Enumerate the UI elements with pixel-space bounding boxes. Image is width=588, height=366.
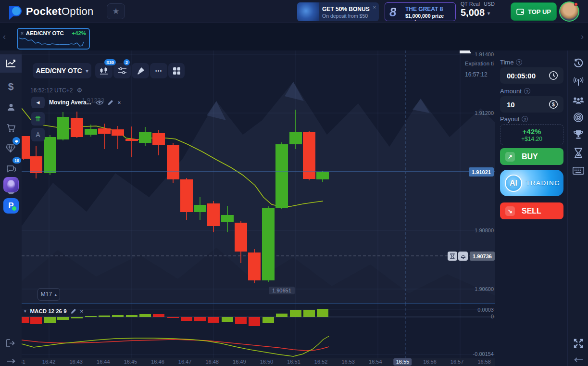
edit-pencil-icon[interactable] bbox=[108, 100, 113, 105]
great8-banner[interactable]: 8 THE GREAT 8 $1,000,000 prize pool bbox=[385, 2, 456, 21]
promo-tile[interactable] bbox=[3, 177, 19, 192]
text-tool[interactable]: A bbox=[31, 128, 45, 141]
sidebar-item-market[interactable] bbox=[0, 119, 22, 137]
drawing-tools-button[interactable] bbox=[132, 63, 149, 78]
chevron-up-icon: ▴ bbox=[54, 292, 57, 297]
price-alert-bell-button[interactable] bbox=[458, 252, 468, 261]
fullscreen-button[interactable] bbox=[568, 335, 588, 352]
tabs-scroll-right-icon[interactable]: › bbox=[581, 32, 584, 42]
sidebar-item-hotkeys[interactable] bbox=[568, 163, 588, 179]
eye-icon[interactable] bbox=[96, 100, 103, 105]
double-up-arrow-icon: ⇈ bbox=[35, 115, 41, 123]
wallet-icon bbox=[516, 8, 525, 15]
more-tools-button[interactable]: ••• bbox=[150, 63, 167, 78]
panel-collapse-button[interactable] bbox=[568, 352, 588, 366]
tab-close-icon[interactable]: × bbox=[21, 31, 24, 36]
sidebar-collapse-button[interactable] bbox=[0, 353, 22, 366]
sidebar-item-chat[interactable]: 10 bbox=[0, 161, 22, 178]
pending-order-hourglass-button[interactable] bbox=[448, 252, 457, 261]
layout-grid-button[interactable] bbox=[168, 63, 185, 78]
macd-indicator-row: ▾ MACD 12 26 9 × bbox=[24, 308, 83, 314]
balance-caret-icon: ▾ bbox=[488, 11, 490, 16]
sidebar-item-finance[interactable]: $ bbox=[0, 78, 22, 95]
buy-arrow-icon: ↗ bbox=[505, 152, 515, 162]
current-price-badge: 1.91021 bbox=[469, 167, 494, 177]
payout-help-icon[interactable]: ? bbox=[522, 116, 528, 122]
time-help-icon[interactable]: ? bbox=[516, 59, 522, 65]
sliders-icon bbox=[118, 67, 126, 74]
balance-selector[interactable]: QT RealUSD 5,008▾ bbox=[461, 1, 499, 18]
macd-edit-pencil-icon[interactable] bbox=[71, 308, 76, 314]
bonus-banner[interactable]: GET 50% BONUS On deposit from $50 × bbox=[297, 2, 379, 21]
app-tile[interactable]: P bbox=[3, 198, 19, 214]
asset-tab-active[interactable]: × AED/CNY OTC +42% bbox=[17, 28, 90, 50]
favorites-star-button[interactable]: ★ bbox=[107, 3, 125, 19]
clock-icon[interactable] bbox=[549, 71, 558, 80]
alert-price-badge[interactable]: 1.90736 bbox=[470, 252, 495, 261]
macd-name-label: MACD 12 26 9 bbox=[30, 308, 67, 314]
buy-button[interactable]: ↗ BUY bbox=[500, 148, 563, 165]
macd-remove-icon[interactable]: × bbox=[80, 308, 83, 314]
chart-settings-button[interactable] bbox=[113, 63, 131, 78]
tabs-scroll-left-icon[interactable]: ‹ bbox=[3, 32, 6, 42]
scale-arrows-tool[interactable]: ⇈ bbox=[31, 112, 45, 126]
candles-icon bbox=[100, 67, 108, 75]
star-icon: ★ bbox=[112, 6, 119, 16]
dollar-circle-icon[interactable]: $ bbox=[549, 100, 558, 109]
sidebar-item-social-trading[interactable] bbox=[568, 93, 588, 109]
top-up-button[interactable]: TOP UP bbox=[511, 2, 557, 21]
amount-help-icon[interactable]: ? bbox=[524, 88, 530, 94]
logout-button[interactable] bbox=[0, 334, 22, 352]
macd-axis-label: -0.00154 bbox=[465, 351, 494, 357]
brand-bold: Pocket bbox=[26, 5, 62, 17]
time-axis[interactable]: :4116:4216:4316:4416:4516:4616:4716:4816… bbox=[22, 358, 495, 366]
brand-logo-icon[interactable] bbox=[7, 4, 23, 20]
tab-asset-label: AED/CNY OTC bbox=[26, 30, 64, 36]
sell-button[interactable]: ↘ SELL bbox=[500, 202, 563, 219]
bonus-subtitle: On deposit from $50 bbox=[322, 13, 368, 19]
macd-collapse-icon[interactable]: ▾ bbox=[24, 309, 26, 314]
notification-dot bbox=[574, 2, 578, 6]
sidebar-item-profile[interactable] bbox=[0, 99, 22, 116]
brush-icon bbox=[137, 67, 145, 75]
hourglass-icon bbox=[574, 148, 583, 158]
trade-panel: Time ? 00:05:00 Amount ? 10 $ Payout ? +… bbox=[495, 50, 567, 366]
sell-label: SELL bbox=[522, 207, 541, 215]
time-tick: 16:50 bbox=[260, 359, 274, 365]
expiration-info: Expiration ti 16:57:12 bbox=[465, 59, 495, 80]
chart-canvas[interactable]: AED/CNY OTC ▾ S30 2 ••• 16:52:12 UTC+2 ⚙… bbox=[22, 50, 495, 366]
cart-icon bbox=[6, 124, 16, 133]
timeframe-button[interactable]: M17 ▴ bbox=[38, 288, 60, 301]
chat-icon bbox=[6, 165, 16, 174]
sidebar-item-achievements[interactable] bbox=[0, 140, 22, 157]
svg-text:$: $ bbox=[552, 102, 555, 107]
sidebar-item-trading[interactable] bbox=[0, 54, 22, 73]
arrow-left-icon bbox=[574, 357, 583, 363]
expiration-time-input[interactable]: 00:05:00 bbox=[500, 67, 563, 84]
indicator-remove-icon[interactable]: × bbox=[118, 100, 121, 105]
arrow-right-icon bbox=[6, 358, 16, 364]
symbol-select-button[interactable]: AED/CNY OTC ▾ bbox=[33, 63, 91, 78]
amount-input[interactable]: 10 $ bbox=[500, 96, 563, 113]
price-axis-label: 1.90800 bbox=[465, 227, 494, 233]
currency-label: USD bbox=[484, 1, 495, 7]
sidebar-item-tournaments[interactable] bbox=[568, 126, 588, 143]
right-sidebar bbox=[567, 50, 588, 366]
bonus-close-icon[interactable]: × bbox=[373, 4, 376, 10]
chat-count-badge: 10 bbox=[13, 157, 21, 164]
tab-sparkline bbox=[18, 36, 88, 48]
chart-line-icon bbox=[6, 59, 16, 68]
amount-field-label: Amount ? bbox=[500, 88, 530, 95]
sidebar-item-pending-trades[interactable] bbox=[568, 145, 588, 161]
sidebar-item-trade-history[interactable] bbox=[568, 55, 588, 72]
bell-icon bbox=[461, 253, 466, 259]
sidebar-item-signals[interactable] bbox=[568, 74, 588, 90]
sidebar-item-strategies[interactable] bbox=[568, 109, 588, 126]
time-tick: 16:44 bbox=[97, 359, 110, 365]
indicator-collapse-button[interactable]: ◀ bbox=[31, 97, 45, 108]
gear-icon[interactable]: ⚙ bbox=[76, 87, 82, 94]
time-tick: 16:51 bbox=[287, 359, 300, 365]
ai-trading-button[interactable]: AI TRADING bbox=[500, 170, 563, 196]
time-tick: 16:49 bbox=[233, 359, 246, 365]
user-avatar[interactable] bbox=[559, 1, 579, 22]
